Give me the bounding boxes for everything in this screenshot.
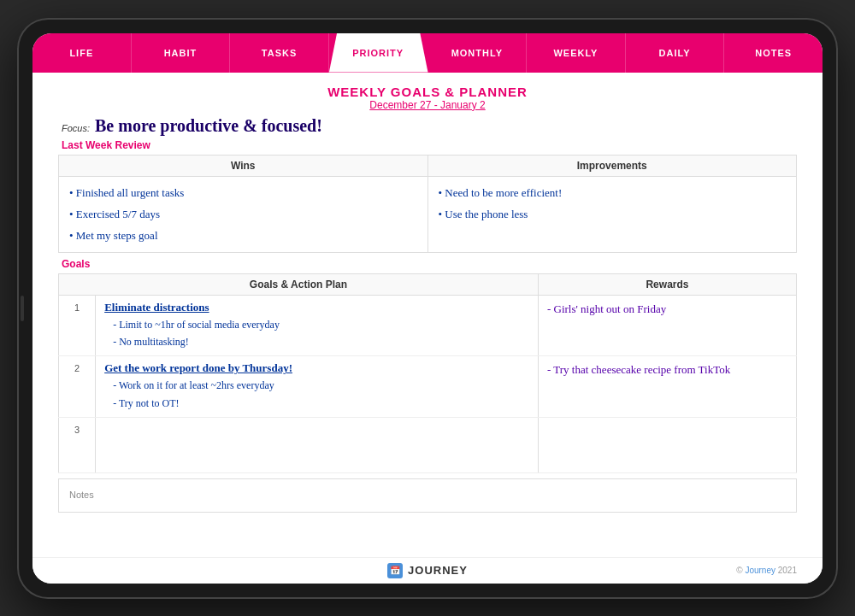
last-week-label: Last Week Review <box>58 139 797 151</box>
tab-notes[interactable]: NOTES <box>724 33 823 73</box>
goal-row-1: 1 Eliminate distractions - Limit to ~1hr… <box>59 295 797 356</box>
improvements-list: Need to be more efficient! Use the phone… <box>439 182 787 226</box>
wins-header: Wins <box>59 155 428 176</box>
page-date[interactable]: December 27 - January 2 <box>58 99 797 111</box>
improvement-1: Need to be more efficient! <box>439 182 787 203</box>
review-table: Wins Improvements Finished all urgent ta… <box>58 155 797 253</box>
tab-habit[interactable]: HABIT <box>132 33 231 73</box>
goals-header: Goals & Action Plan <box>59 273 539 295</box>
win-1: Finished all urgent tasks <box>69 182 417 203</box>
goal-text-1: Eliminate distractions - Limit to ~1hr o… <box>96 295 539 356</box>
goal-row-3: 3 <box>59 418 797 473</box>
goal-text-3 <box>96 418 539 473</box>
tab-weekly[interactable]: WEEKLY <box>527 33 626 73</box>
goal-subs-1: - Limit to ~1hr of social media everyday… <box>104 316 529 351</box>
goal-number-1: 1 <box>59 295 96 356</box>
goal-main-2: Get the work report done by Thursday! <box>104 361 529 375</box>
win-3: Met my steps goal <box>69 225 417 246</box>
win-2: Exercised 5/7 days <box>69 203 417 225</box>
reward-content-1: - Girls' night out on Friday <box>547 301 787 319</box>
page-title-section: WEEKLY GOALS & PLANNER December 27 - Jan… <box>58 85 797 111</box>
improvements-header: Improvements <box>428 155 797 176</box>
goal-main-1: Eliminate distractions <box>104 301 529 314</box>
goal-number-3: 3 <box>59 418 96 473</box>
goal-number-2: 2 <box>59 356 96 418</box>
notes-section: Notes <box>58 478 797 513</box>
page-title: WEEKLY GOALS & PLANNER <box>58 85 797 99</box>
goal-sub-1a: - Limit to ~1hr of social media everyday <box>113 316 529 333</box>
goal-sub-2b: - Try not to OT! <box>113 395 529 412</box>
tablet-screen: LIFE HABIT TASKS PRIORITY MONTHLY WEEKLY… <box>32 33 823 584</box>
tablet-frame: LIFE HABIT TASKS PRIORITY MONTHLY WEEKLY… <box>17 18 838 599</box>
footer-logo-text: JOURNEY <box>408 564 468 577</box>
goal-subs-2: - Work on it for at least ~2hrs everyday… <box>104 377 529 412</box>
side-button <box>21 296 24 321</box>
goal-row-2: 2 Get the work report done by Thursday! … <box>59 356 797 418</box>
goal-sub-1b: - No multitasking! <box>113 333 529 350</box>
tab-tasks[interactable]: TASKS <box>230 33 329 73</box>
reward-text-3 <box>538 418 796 473</box>
tab-priority[interactable]: PRIORITY <box>329 33 428 73</box>
nav-tabs: LIFE HABIT TASKS PRIORITY MONTHLY WEEKLY… <box>32 33 823 73</box>
main-content: WEEKLY GOALS & PLANNER December 27 - Jan… <box>32 73 823 557</box>
footer-copyright: © Journey 2021 <box>736 566 797 575</box>
goal-text-2: Get the work report done by Thursday! - … <box>96 356 539 418</box>
reward-text-2: - Try that cheesecake recipe from TikTok <box>538 356 796 418</box>
reward-text-1: - Girls' night out on Friday <box>538 295 796 356</box>
footer: 📅 JOURNEY © Journey 2021 <box>32 557 823 584</box>
focus-section: Focus: Be more productive & focused! <box>58 116 797 136</box>
reward-content-2: - Try that cheesecake recipe from TikTok <box>547 361 787 379</box>
rewards-header: Rewards <box>538 273 796 295</box>
goals-label: Goals <box>58 258 797 270</box>
footer-logo: 📅 JOURNEY <box>387 563 468 578</box>
notes-label: Notes <box>69 490 94 500</box>
tab-monthly[interactable]: MONTHLY <box>428 33 528 73</box>
improvement-2: Use the phone less <box>439 203 787 225</box>
tab-daily[interactable]: DAILY <box>626 33 725 73</box>
journey-icon: 📅 <box>387 563 403 578</box>
focus-text: Be more productive & focused! <box>95 116 322 136</box>
wins-list: Finished all urgent tasks Exercised 5/7 … <box>69 182 417 247</box>
goal-sub-2a: - Work on it for at least ~2hrs everyday <box>113 377 529 394</box>
journey-link[interactable]: Journey <box>745 566 775 575</box>
goals-table: Goals & Action Plan Rewards 1 Eliminate … <box>58 273 797 474</box>
tab-life[interactable]: LIFE <box>32 33 132 73</box>
focus-label: Focus: <box>62 123 90 133</box>
